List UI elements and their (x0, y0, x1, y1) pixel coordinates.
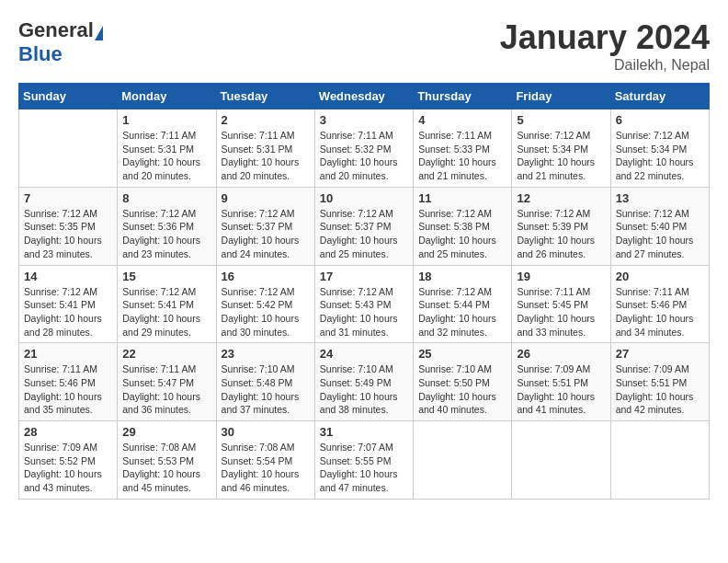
logo-general: General (18, 18, 94, 41)
logo: General Blue (18, 18, 103, 66)
calendar-cell: 6Sunrise: 7:12 AMSunset: 5:34 PMDaylight… (610, 109, 709, 188)
calendar-cell: 14Sunrise: 7:12 AMSunset: 5:41 PMDayligh… (19, 265, 118, 343)
calendar-cell: 20Sunrise: 7:11 AMSunset: 5:46 PMDayligh… (610, 265, 709, 343)
day-number: 29 (122, 425, 210, 439)
calendar-cell: 12Sunrise: 7:12 AMSunset: 5:39 PMDayligh… (512, 187, 610, 265)
calendar-cell: 27Sunrise: 7:09 AMSunset: 5:51 PMDayligh… (610, 343, 709, 421)
day-number: 18 (418, 270, 506, 283)
day-number: 3 (320, 113, 408, 127)
day-info: Sunrise: 7:12 AMSunset: 5:38 PMDaylight:… (418, 207, 506, 261)
day-number: 23 (222, 347, 310, 361)
day-info: Sunrise: 7:11 AMSunset: 5:32 PMDaylight:… (320, 129, 408, 183)
calendar-cell: 30Sunrise: 7:08 AMSunset: 5:54 PMDayligh… (216, 421, 314, 500)
day-number: 25 (418, 347, 506, 361)
calendar-cell (610, 421, 709, 500)
day-number: 13 (616, 191, 704, 205)
day-info: Sunrise: 7:12 AMSunset: 5:36 PMDaylight:… (122, 207, 210, 261)
day-info: Sunrise: 7:12 AMSunset: 5:39 PMDaylight:… (517, 207, 605, 261)
calendar-cell: 7Sunrise: 7:12 AMSunset: 5:35 PMDaylight… (19, 187, 118, 265)
logo-text: General (18, 18, 103, 42)
day-info: Sunrise: 7:12 AMSunset: 5:40 PMDaylight:… (616, 207, 704, 261)
calendar-cell: 4Sunrise: 7:11 AMSunset: 5:33 PMDaylight… (414, 109, 512, 188)
day-number: 20 (616, 270, 704, 283)
calendar-cell: 28Sunrise: 7:09 AMSunset: 5:52 PMDayligh… (19, 421, 118, 500)
day-number: 6 (616, 113, 704, 127)
calendar-cell: 1Sunrise: 7:11 AMSunset: 5:31 PMDaylight… (118, 109, 216, 188)
calendar-cell: 10Sunrise: 7:12 AMSunset: 5:37 PMDayligh… (314, 187, 413, 265)
day-number: 22 (122, 347, 210, 361)
day-number: 1 (122, 113, 210, 127)
day-info: Sunrise: 7:12 AMSunset: 5:44 PMDaylight:… (418, 285, 506, 339)
calendar-cell: 8Sunrise: 7:12 AMSunset: 5:36 PMDaylight… (118, 187, 216, 265)
header-monday: Monday (118, 84, 216, 109)
day-info: Sunrise: 7:11 AMSunset: 5:31 PMDaylight:… (222, 129, 310, 183)
day-info: Sunrise: 7:12 AMSunset: 5:37 PMDaylight:… (222, 207, 310, 261)
calendar-cell (414, 421, 512, 500)
day-info: Sunrise: 7:09 AMSunset: 5:51 PMDaylight:… (616, 362, 704, 417)
day-info: Sunrise: 7:09 AMSunset: 5:52 PMDaylight:… (24, 441, 112, 495)
calendar-cell: 24Sunrise: 7:10 AMSunset: 5:49 PMDayligh… (314, 343, 413, 421)
day-info: Sunrise: 7:11 AMSunset: 5:33 PMDaylight:… (418, 129, 506, 183)
title-block: January 2024 Dailekh, Nepal (500, 18, 710, 74)
day-number: 16 (222, 270, 310, 283)
day-number: 4 (418, 113, 506, 127)
day-number: 26 (517, 347, 605, 361)
day-number: 28 (24, 425, 112, 439)
calendar-week-1: 1Sunrise: 7:11 AMSunset: 5:31 PMDaylight… (19, 109, 710, 188)
calendar-cell (19, 109, 118, 188)
calendar-cell: 21Sunrise: 7:11 AMSunset: 5:46 PMDayligh… (19, 343, 118, 421)
day-number: 12 (517, 191, 605, 205)
day-info: Sunrise: 7:12 AMSunset: 5:42 PMDaylight:… (222, 285, 310, 339)
day-info: Sunrise: 7:11 AMSunset: 5:31 PMDaylight:… (122, 129, 210, 183)
day-info: Sunrise: 7:09 AMSunset: 5:51 PMDaylight:… (517, 362, 605, 417)
calendar-header-row: SundayMondayTuesdayWednesdayThursdayFrid… (19, 84, 710, 109)
calendar-cell: 16Sunrise: 7:12 AMSunset: 5:42 PMDayligh… (216, 265, 314, 343)
day-info: Sunrise: 7:12 AMSunset: 5:41 PMDaylight:… (24, 285, 112, 339)
day-info: Sunrise: 7:10 AMSunset: 5:48 PMDaylight:… (222, 362, 310, 417)
day-number: 5 (517, 113, 605, 127)
day-info: Sunrise: 7:10 AMSunset: 5:50 PMDaylight:… (418, 362, 506, 417)
day-number: 21 (24, 347, 112, 361)
calendar-cell: 31Sunrise: 7:07 AMSunset: 5:55 PMDayligh… (314, 421, 413, 500)
calendar-cell: 26Sunrise: 7:09 AMSunset: 5:51 PMDayligh… (512, 343, 610, 421)
day-number: 14 (24, 270, 112, 283)
day-info: Sunrise: 7:07 AMSunset: 5:55 PMDaylight:… (320, 441, 408, 495)
calendar-cell: 2Sunrise: 7:11 AMSunset: 5:31 PMDaylight… (216, 109, 314, 188)
day-info: Sunrise: 7:11 AMSunset: 5:46 PMDaylight:… (24, 362, 112, 417)
calendar-cell: 22Sunrise: 7:11 AMSunset: 5:47 PMDayligh… (118, 343, 216, 421)
day-info: Sunrise: 7:11 AMSunset: 5:45 PMDaylight:… (517, 285, 605, 339)
day-info: Sunrise: 7:12 AMSunset: 5:41 PMDaylight:… (122, 285, 210, 339)
day-info: Sunrise: 7:12 AMSunset: 5:35 PMDaylight:… (24, 207, 112, 261)
calendar-cell: 23Sunrise: 7:10 AMSunset: 5:48 PMDayligh… (216, 343, 314, 421)
calendar-week-2: 7Sunrise: 7:12 AMSunset: 5:35 PMDaylight… (19, 187, 710, 265)
logo-arrow (95, 26, 103, 40)
day-info: Sunrise: 7:12 AMSunset: 5:43 PMDaylight:… (320, 285, 408, 339)
calendar-cell: 17Sunrise: 7:12 AMSunset: 5:43 PMDayligh… (314, 265, 413, 343)
day-number: 11 (418, 191, 506, 205)
calendar-cell: 3Sunrise: 7:11 AMSunset: 5:32 PMDaylight… (314, 109, 413, 188)
header-wednesday: Wednesday (314, 84, 413, 109)
day-number: 10 (320, 191, 408, 205)
day-number: 30 (222, 425, 310, 439)
calendar-location: Dailekh, Nepal (500, 57, 710, 74)
calendar-week-4: 21Sunrise: 7:11 AMSunset: 5:46 PMDayligh… (19, 343, 710, 421)
day-number: 27 (616, 347, 704, 361)
day-info: Sunrise: 7:11 AMSunset: 5:47 PMDaylight:… (122, 362, 210, 417)
header-sunday: Sunday (19, 84, 118, 109)
day-number: 31 (320, 425, 408, 439)
calendar-week-3: 14Sunrise: 7:12 AMSunset: 5:41 PMDayligh… (19, 265, 710, 343)
day-number: 24 (320, 347, 408, 361)
calendar-week-5: 28Sunrise: 7:09 AMSunset: 5:52 PMDayligh… (19, 421, 710, 500)
calendar-cell: 29Sunrise: 7:08 AMSunset: 5:53 PMDayligh… (118, 421, 216, 500)
page-header: General Blue January 2024 Dailekh, Nepal (18, 18, 710, 74)
day-number: 2 (222, 113, 310, 127)
header-friday: Friday (512, 84, 610, 109)
calendar-cell: 15Sunrise: 7:12 AMSunset: 5:41 PMDayligh… (118, 265, 216, 343)
day-number: 8 (122, 191, 210, 205)
day-info: Sunrise: 7:11 AMSunset: 5:46 PMDaylight:… (616, 285, 704, 339)
day-info: Sunrise: 7:12 AMSunset: 5:37 PMDaylight:… (320, 207, 408, 261)
calendar-cell: 5Sunrise: 7:12 AMSunset: 5:34 PMDaylight… (512, 109, 610, 188)
header-thursday: Thursday (414, 84, 512, 109)
calendar-cell: 13Sunrise: 7:12 AMSunset: 5:40 PMDayligh… (610, 187, 709, 265)
calendar-title: January 2024 (500, 18, 710, 57)
